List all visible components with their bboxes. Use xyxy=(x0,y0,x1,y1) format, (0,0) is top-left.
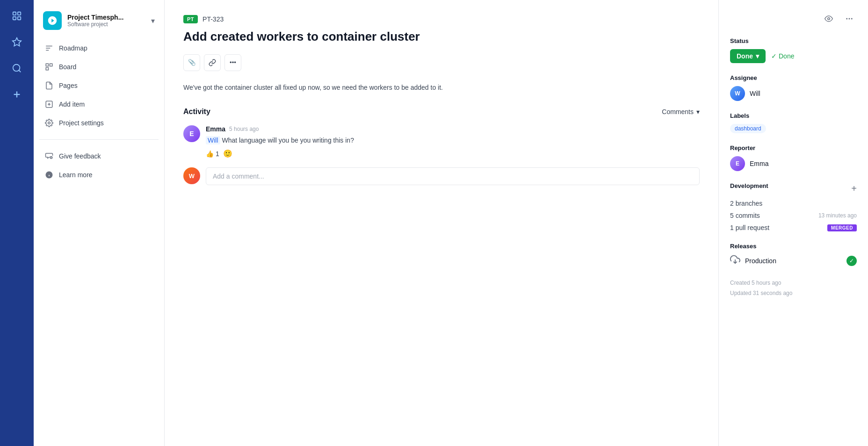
pull-request-label: 1 pull request xyxy=(730,224,769,231)
activity-header: Activity Comments ▾ xyxy=(183,108,700,116)
sidebar-label-learn-more: Learn more xyxy=(59,171,93,179)
comment-text: Will What language will you be you writi… xyxy=(206,136,700,145)
sidebar-bottom: Give feedback Learn more xyxy=(34,147,164,184)
comment-reactions: 👍 1 🙂 xyxy=(206,149,700,158)
status-button[interactable]: Done ▾ xyxy=(730,49,766,63)
sidebar-label-feedback: Give feedback xyxy=(59,152,101,160)
more-panel-button[interactable] xyxy=(842,11,857,26)
chevron-down-icon: ▾ xyxy=(151,16,155,25)
reporter-name: Emma xyxy=(750,160,768,167)
issue-description: We've got the container cluster all fixe… xyxy=(183,82,700,93)
issue-toolbar: 📎 ••• xyxy=(183,54,700,71)
issue-tag: PT xyxy=(183,15,198,23)
releases-label: Releases xyxy=(730,243,857,250)
search-icon[interactable] xyxy=(8,60,25,77)
commits-time: 13 minutes ago xyxy=(818,212,857,219)
info-icon xyxy=(45,171,53,179)
svg-point-22 xyxy=(828,18,830,20)
development-header: Development + xyxy=(730,182,857,194)
reporter-row: E Emma xyxy=(730,156,857,171)
add-reaction-button[interactable]: 🙂 xyxy=(223,149,232,158)
sidebar-label-roadmap: Roadmap xyxy=(59,44,87,52)
comment-input[interactable]: Add a comment... xyxy=(206,167,700,185)
thumbs-up-count: 1 xyxy=(216,150,219,158)
status-label: Status xyxy=(730,37,857,44)
sidebar-label-add-item: Add item xyxy=(59,101,85,108)
project-info: Project Timesph... Software project xyxy=(67,14,145,28)
sidebar-item-board[interactable]: Board xyxy=(39,58,159,76)
feedback-icon xyxy=(45,152,53,160)
comments-filter[interactable]: Comments ▾ xyxy=(662,108,700,115)
assignee-avatar: W xyxy=(730,86,745,101)
star-icon[interactable] xyxy=(8,34,25,50)
watch-button[interactable] xyxy=(821,11,836,26)
assignee-label: Assignee xyxy=(730,74,857,81)
commits-label: 5 commits xyxy=(730,212,760,219)
comment-meta: Emma 5 hours ago xyxy=(206,125,700,133)
sidebar-label-pages: Pages xyxy=(59,82,78,89)
project-type: Software project xyxy=(67,21,145,28)
release-check-icon: ✓ xyxy=(846,256,857,266)
svg-rect-9 xyxy=(46,64,48,66)
reporter-avatar: E xyxy=(730,156,745,171)
comment-body: Emma 5 hours ago Will What language will… xyxy=(206,125,700,158)
branches-item: 2 branches xyxy=(730,200,857,207)
checkmark-icon: ✓ xyxy=(771,52,777,60)
svg-rect-11 xyxy=(46,68,48,70)
releases-section: Releases Production ✓ xyxy=(730,243,857,267)
pull-request-item: 1 pull request MERGED xyxy=(730,224,857,231)
development-label: Development xyxy=(730,182,768,189)
add-development-button[interactable]: + xyxy=(851,184,857,193)
issue-title: Add created workers to container cluster xyxy=(183,29,700,45)
status-section: Status Done ▾ ✓ Done xyxy=(730,37,857,63)
svg-point-24 xyxy=(849,18,850,19)
comment-item: E Emma 5 hours ago Will What language wi… xyxy=(183,125,700,158)
branches-label: 2 branches xyxy=(730,200,762,207)
assignee-section: Assignee W Will xyxy=(730,74,857,101)
project-header[interactable]: Project Timesph... Software project ▾ xyxy=(34,7,164,39)
svg-point-23 xyxy=(846,18,847,19)
board-icon xyxy=(45,63,53,71)
main-content: PT PT-323 Add created workers to contain… xyxy=(165,0,718,446)
sidebar-label-settings: Project settings xyxy=(59,119,104,127)
label-tag[interactable]: dashboard xyxy=(730,124,766,133)
status-done-text: ✓ Done xyxy=(771,52,794,60)
add-item-icon xyxy=(45,100,53,108)
svg-marker-4 xyxy=(13,38,21,46)
development-section: Development + 2 branches 5 commits 13 mi… xyxy=(730,182,857,231)
roadmap-icon xyxy=(45,44,53,52)
svg-point-25 xyxy=(852,18,853,19)
labels-label: Labels xyxy=(730,112,857,119)
sidebar-item-settings[interactable]: Project settings xyxy=(39,114,159,132)
sidebar-item-roadmap[interactable]: Roadmap xyxy=(39,39,159,57)
sidebar-item-pages[interactable]: Pages xyxy=(39,77,159,94)
link-button[interactable] xyxy=(204,54,221,71)
updated-timestamp: Updated 31 seconds ago xyxy=(730,288,857,299)
activity-title: Activity xyxy=(183,108,210,116)
reporter-label: Reporter xyxy=(730,144,857,151)
sidebar-label-board: Board xyxy=(59,63,76,71)
commits-item: 5 commits 13 minutes ago xyxy=(730,212,857,219)
chevron-down-icon: ▾ xyxy=(696,108,700,115)
assignee-name: Will xyxy=(750,90,760,97)
svg-rect-0 xyxy=(13,12,16,15)
sidebar-divider xyxy=(39,139,159,140)
app-logo-icon[interactable] xyxy=(8,7,25,24)
comment-input-row: W Add a comment... xyxy=(183,167,700,185)
settings-icon xyxy=(45,119,53,127)
thumbs-up-reaction[interactable]: 👍 1 xyxy=(206,150,219,158)
svg-rect-3 xyxy=(18,17,21,20)
svg-point-5 xyxy=(13,65,20,72)
comment-time: 5 hours ago xyxy=(229,126,259,132)
sidebar-item-add-item[interactable]: Add item xyxy=(39,95,159,113)
more-options-button[interactable]: ••• xyxy=(224,54,241,71)
status-row: Done ▾ ✓ Done xyxy=(730,49,857,63)
sidebar-item-learn-more[interactable]: Learn more xyxy=(39,166,159,184)
pages-icon xyxy=(45,81,53,90)
plus-icon[interactable] xyxy=(8,86,25,103)
sidebar-item-feedback[interactable]: Give feedback xyxy=(39,147,159,165)
labels-section: Labels dashboard xyxy=(730,112,857,133)
attach-button[interactable]: 📎 xyxy=(183,54,200,71)
sidebar-nav: Roadmap Board Pages Add item Project set… xyxy=(34,39,164,132)
mention-will: Will xyxy=(206,136,220,144)
